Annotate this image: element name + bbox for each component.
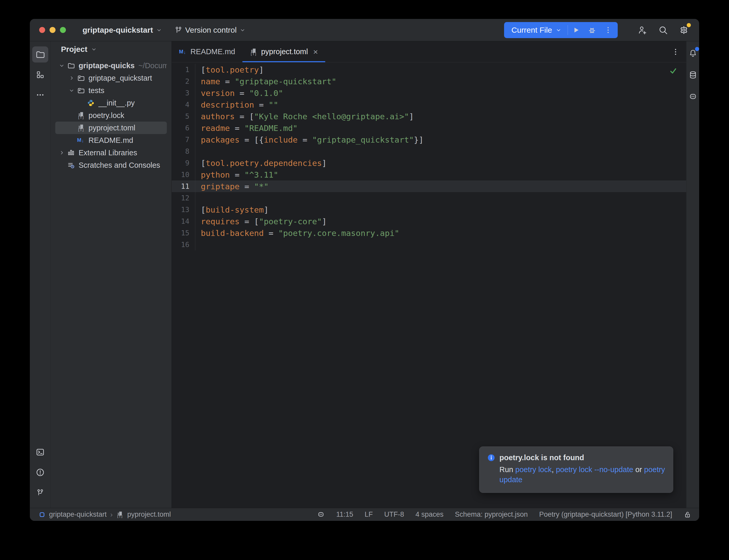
code-text: build-backend = "poetry.core.masonry.api… [195, 228, 399, 238]
settings-notification-dot [687, 23, 691, 27]
line-number: 6 [172, 122, 195, 134]
tree-row-poetry-lock[interactable]: [T]poetry.lock [55, 109, 167, 122]
tab-label: pyproject.toml [261, 47, 308, 56]
tab-options-button[interactable] [669, 45, 682, 58]
git-branch-icon [174, 26, 183, 34]
code-line-9[interactable]: 9[tool.poetry.dependencies] [172, 157, 686, 169]
right-tool-stripe [686, 41, 699, 508]
more-tools-button[interactable] [32, 87, 48, 103]
tree-row-scratches-and-consoles[interactable]: Scratches and Consoles [55, 159, 167, 171]
editor-tab-pyproject.toml[interactable]: [T]pyproject.toml× [242, 41, 325, 62]
tree-item-path: ~/Docume [138, 61, 167, 70]
project-panel: Project griptape-quickstart~/Documegript… [51, 41, 172, 508]
status-item-lf[interactable]: LF [365, 510, 373, 519]
folder-icon [35, 50, 45, 59]
code-line-11[interactable]: 11griptape = "*" [172, 180, 686, 192]
structure-tool-button[interactable] [32, 67, 48, 83]
ai-assistant-status-icon[interactable] [317, 511, 325, 519]
notification-link-poetry-lock[interactable]: poetry lock [515, 465, 552, 474]
tree-row-griptape-quickstart[interactable]: griptape-quickstart~/Docume [55, 59, 167, 72]
code-text: readme = "README.md" [195, 123, 297, 133]
unlocked-icon[interactable] [684, 511, 691, 519]
code-line-7[interactable]: 7packages = [{include = "griptape_quicks… [172, 134, 686, 145]
editor-tab-README.md[interactable]: M↓README.md [172, 41, 242, 62]
zoom-window-button[interactable] [60, 27, 66, 33]
project-panel-header[interactable]: Project [51, 41, 171, 57]
code-text: griptape = "*" [195, 182, 268, 191]
chevron-down-icon[interactable] [57, 62, 67, 69]
code-with-me-button[interactable] [635, 23, 650, 38]
notifications-tool-button[interactable] [687, 47, 699, 59]
code-line-15[interactable]: 15build-backend = "poetry.core.masonry.a… [172, 227, 686, 239]
code-line-14[interactable]: 14requires = ["poetry-core"] [172, 215, 686, 227]
status-item-utf-8[interactable]: UTF-8 [384, 510, 404, 519]
status-item-11[interactable]: 11:15 [336, 510, 353, 519]
run-button[interactable] [568, 22, 584, 38]
settings-button[interactable] [676, 23, 691, 38]
code-text: authors = ["Kyle Roche <hello@griptape.a… [195, 112, 414, 121]
debug-button[interactable] [584, 22, 600, 38]
run-configuration-selector[interactable]: Current File [506, 22, 568, 38]
chevron-right-icon[interactable] [57, 149, 67, 156]
code-line-13[interactable]: 13[build-system] [172, 204, 686, 215]
line-number: 7 [172, 134, 195, 145]
code-line-16[interactable]: 16 [172, 239, 686, 250]
code-editor[interactable]: 1[tool.poetry]2name = "griptape-quicksta… [172, 62, 686, 508]
status-widgets: 11:15LFUTF-84 spacesSchema: pyproject.js… [317, 510, 691, 519]
tab-label: README.md [190, 47, 235, 56]
status-item-4-spaces[interactable]: 4 spaces [416, 510, 444, 519]
run-configuration-label: Current File [511, 26, 552, 34]
code-line-6[interactable]: 6readme = "README.md" [172, 122, 686, 134]
tree-row-external-libraries[interactable]: External Libraries [55, 146, 167, 159]
minimize-window-button[interactable] [50, 27, 55, 33]
breadcrumb-project[interactable]: griptape-quickstart [49, 510, 107, 519]
database-tool-button[interactable] [687, 69, 699, 81]
code-line-8[interactable]: 8 [172, 145, 686, 157]
code-line-5[interactable]: 5authors = ["Kyle Roche <hello@griptape.… [172, 110, 686, 122]
tree-row-pyproject-toml[interactable]: [T]pyproject.toml [55, 122, 167, 134]
code-line-12[interactable]: 12 [172, 192, 686, 204]
code-line-4[interactable]: 4description = "" [172, 99, 686, 110]
breadcrumb-file[interactable]: pyproject.toml [127, 510, 171, 519]
line-number: 8 [172, 145, 195, 157]
svg-text:[T]: [T] [117, 515, 123, 518]
more-run-options-button[interactable] [600, 22, 616, 38]
search-everywhere-button[interactable] [656, 23, 671, 38]
inspections-ok-check-icon[interactable] [669, 67, 677, 75]
toml-file-icon: [T] [116, 511, 123, 518]
project-tool-button[interactable] [32, 46, 48, 62]
status-item-schema[interactable]: Schema: pyproject.json [455, 510, 528, 519]
code-line-10[interactable]: 10python = "^3.11" [172, 169, 686, 180]
project-tree: griptape-quickstart~/Documegriptape_quic… [51, 57, 171, 173]
version-control-tool-button[interactable] [32, 485, 48, 501]
scratches-icon [67, 161, 75, 169]
code-line-1[interactable]: 1[tool.poetry] [172, 64, 686, 75]
package-icon [76, 87, 85, 94]
tree-item-label: tests [88, 86, 104, 95]
code-line-2[interactable]: 2name = "griptape-quickstart" [172, 75, 686, 87]
ai-assistant-tool-button[interactable] [687, 91, 699, 102]
close-tab-icon[interactable]: × [313, 48, 318, 56]
vcs-widget[interactable]: Version control [174, 26, 246, 34]
tree-item-label: __init__.py [98, 99, 135, 107]
project-name: griptape-quickstart [82, 26, 153, 34]
problems-tool-button[interactable] [32, 464, 48, 480]
titlebar-actions [635, 23, 691, 38]
line-number: 2 [172, 75, 195, 87]
code-text: requires = ["poetry-core"] [195, 217, 326, 226]
tree-row--init-py[interactable]: __init__.py [55, 97, 167, 109]
status-item-poetry-griptape-quickstart-python-3-11-2-[interactable]: Poetry (griptape-quickstart) [Python 3.1… [539, 510, 672, 519]
chevron-right-icon[interactable] [67, 75, 76, 81]
code-line-3[interactable]: 3version = "0.1.0" [172, 87, 686, 99]
terminal-tool-button[interactable] [32, 444, 48, 460]
tree-item-label: External Libraries [79, 149, 137, 157]
tree-row-tests[interactable]: tests [55, 84, 167, 97]
notification-link-poetry-lock-no-update[interactable]: poetry lock --no-update [556, 465, 633, 474]
notifications-dot [695, 47, 699, 51]
svg-text:[T]: [T] [250, 52, 257, 56]
close-window-button[interactable] [39, 27, 45, 33]
project-widget[interactable]: griptape-quickstart [82, 26, 162, 34]
chevron-down-icon[interactable] [67, 87, 76, 94]
tree-row-readme-md[interactable]: M↓README.md [55, 134, 167, 146]
tree-row-griptape-quickstart[interactable]: griptape_quickstart [55, 72, 167, 84]
